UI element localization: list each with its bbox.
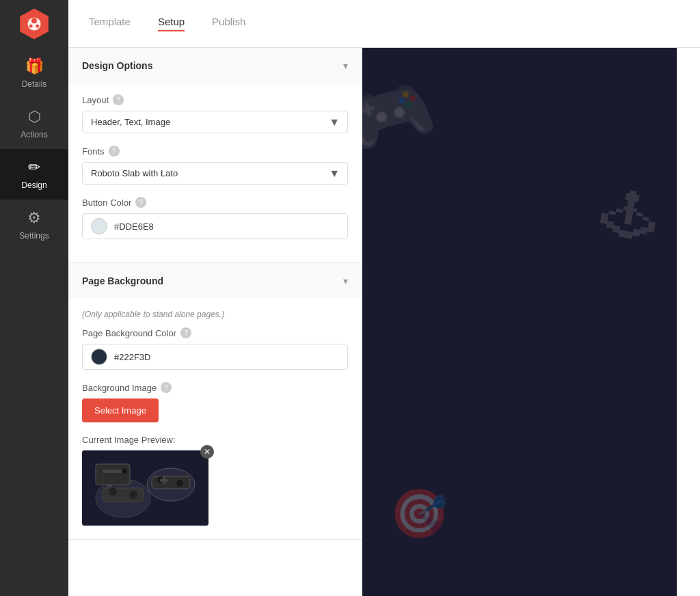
button-color-label: Button Color ? bbox=[82, 197, 348, 208]
image-preview-wrapper: ✕ bbox=[82, 450, 208, 526]
layout-field: Layout ? Header, Text, Image Header, Ima… bbox=[82, 94, 348, 133]
button-color-value: #DDE6E8 bbox=[114, 221, 154, 232]
svg-rect-17 bbox=[160, 479, 168, 482]
bg-color-value: #222F3D bbox=[114, 352, 150, 362]
svg-point-20 bbox=[122, 468, 127, 474]
bg-color-help-icon[interactable]: ? bbox=[180, 327, 191, 338]
sidebar-item-details[interactable]: 🎁 Details bbox=[0, 48, 68, 98]
remove-image-button[interactable]: ✕ bbox=[200, 445, 214, 459]
preview-image-svg bbox=[82, 450, 208, 526]
lp-header: Win a FREE PS4! Enter now to win a PS4! … bbox=[677, 48, 700, 596]
bg-art-3: 🎯 bbox=[388, 483, 452, 543]
layout-label: Layout ? bbox=[82, 94, 348, 105]
image-preview bbox=[82, 450, 208, 526]
design-options-chevron: ▾ bbox=[343, 60, 348, 71]
preview-area: 🎮 🕹 🎯 Win a FREE PS4! Enter now to win a… bbox=[362, 48, 700, 596]
button-color-swatch[interactable] bbox=[91, 218, 107, 234]
bg-image-field: Background Image ? Select Image bbox=[82, 382, 348, 422]
bg-color-swatch[interactable] bbox=[91, 349, 107, 365]
select-image-button[interactable]: Select Image bbox=[82, 398, 159, 422]
standalone-note: (Only applicable to stand alone pages.) bbox=[82, 310, 348, 319]
details-icon: 🎁 bbox=[25, 57, 44, 75]
design-icon: ✏ bbox=[28, 159, 40, 176]
tab-setup[interactable]: Setup bbox=[158, 16, 185, 31]
tab-publish[interactable]: Publish bbox=[212, 16, 245, 31]
bg-color-input[interactable]: #222F3D bbox=[82, 344, 348, 370]
sidebar-item-settings[interactable]: ⚙ Settings bbox=[0, 200, 68, 250]
layout-select-wrapper: Header, Text, Image Header, Image, Text … bbox=[82, 111, 348, 133]
fonts-select-wrapper: Roboto Slab with Lato Open Sans Lato ▼ bbox=[82, 162, 348, 185]
sidebar-item-design[interactable]: ✏ Design bbox=[0, 149, 68, 200]
preview-content-panel: Win a FREE PS4! Enter now to win a PS4! … bbox=[677, 48, 700, 596]
design-options-section: Design Options ▾ Layout ? Header, Text, … bbox=[68, 48, 362, 263]
svg-point-8 bbox=[109, 487, 117, 496]
svg-point-2 bbox=[31, 18, 37, 23]
fonts-label: Fonts ? bbox=[82, 146, 348, 157]
actions-icon: ⬡ bbox=[28, 108, 41, 126]
image-preview-section: Current Image Preview: bbox=[82, 435, 348, 528]
svg-rect-18 bbox=[96, 464, 130, 485]
bg-image-help-icon[interactable]: ? bbox=[161, 382, 172, 393]
tab-template[interactable]: Template bbox=[89, 16, 131, 31]
svg-point-3 bbox=[29, 25, 33, 28]
page-background-header[interactable]: Page Background ▾ bbox=[68, 263, 362, 299]
fonts-field: Fonts ? Roboto Slab with Lato Open Sans … bbox=[82, 146, 348, 185]
bg-color-field: Page Background Color ? #222F3D bbox=[82, 327, 348, 370]
preview-wrapper: 🎮 🕹 🎯 Win a FREE PS4! Enter now to win a… bbox=[362, 48, 700, 596]
layout-help-icon[interactable]: ? bbox=[113, 94, 124, 105]
svg-point-4 bbox=[36, 25, 39, 28]
svg-point-15 bbox=[176, 480, 183, 487]
logo bbox=[0, 0, 68, 48]
top-nav: Template Setup Publish bbox=[68, 0, 700, 48]
bg-art-2: 🕹 bbox=[597, 180, 662, 252]
main-area: Template Setup Publish Design Options ▾ bbox=[68, 0, 700, 596]
design-panel: Design Options ▾ Layout ? Header, Text, … bbox=[68, 48, 362, 596]
settings-icon: ⚙ bbox=[27, 209, 41, 227]
page-background-title: Page Background bbox=[82, 275, 163, 286]
layout-select[interactable]: Header, Text, Image Header, Image, Text … bbox=[82, 111, 348, 133]
button-color-field: Button Color ? #DDE6E8 bbox=[82, 197, 348, 239]
page-background-section: Page Background ▾ (Only applicable to st… bbox=[68, 263, 362, 540]
page-background-chevron: ▾ bbox=[343, 275, 348, 286]
fonts-help-icon[interactable]: ? bbox=[109, 146, 120, 157]
content-area: Design Options ▾ Layout ? Header, Text, … bbox=[68, 48, 700, 596]
sidebar-item-actions[interactable]: ⬡ Actions bbox=[0, 98, 68, 149]
bg-color-label: Page Background Color ? bbox=[82, 327, 348, 338]
sidebar-nav: 🎁 Details ⬡ Actions ✏ Design ⚙ Settings bbox=[0, 0, 68, 596]
bg-image-label: Background Image ? bbox=[82, 382, 348, 393]
sidebar-item-design-label: Design bbox=[21, 180, 46, 190]
fonts-select[interactable]: Roboto Slab with Lato Open Sans Lato bbox=[82, 162, 348, 185]
svg-rect-19 bbox=[103, 470, 123, 473]
preview-bg-panel: 🎮 🕹 🎯 bbox=[362, 48, 677, 596]
button-color-input[interactable]: #DDE6E8 bbox=[82, 213, 348, 239]
sidebar-item-actions-label: Actions bbox=[21, 130, 47, 139]
sidebar-item-settings-label: Settings bbox=[19, 231, 49, 241]
svg-point-9 bbox=[129, 491, 137, 499]
current-image-label: Current Image Preview: bbox=[82, 435, 348, 445]
svg-rect-13 bbox=[152, 476, 190, 489]
design-options-body: Layout ? Header, Text, Image Header, Ima… bbox=[68, 83, 362, 262]
design-options-header[interactable]: Design Options ▾ bbox=[68, 48, 362, 83]
button-color-help-icon[interactable]: ? bbox=[135, 197, 146, 208]
bg-art-1: 🎮 bbox=[362, 66, 443, 165]
design-options-title: Design Options bbox=[82, 60, 152, 71]
logo-icon bbox=[18, 8, 51, 40]
sidebar-item-details-label: Details bbox=[22, 79, 47, 89]
page-background-body: (Only applicable to stand alone pages.) … bbox=[68, 299, 362, 539]
